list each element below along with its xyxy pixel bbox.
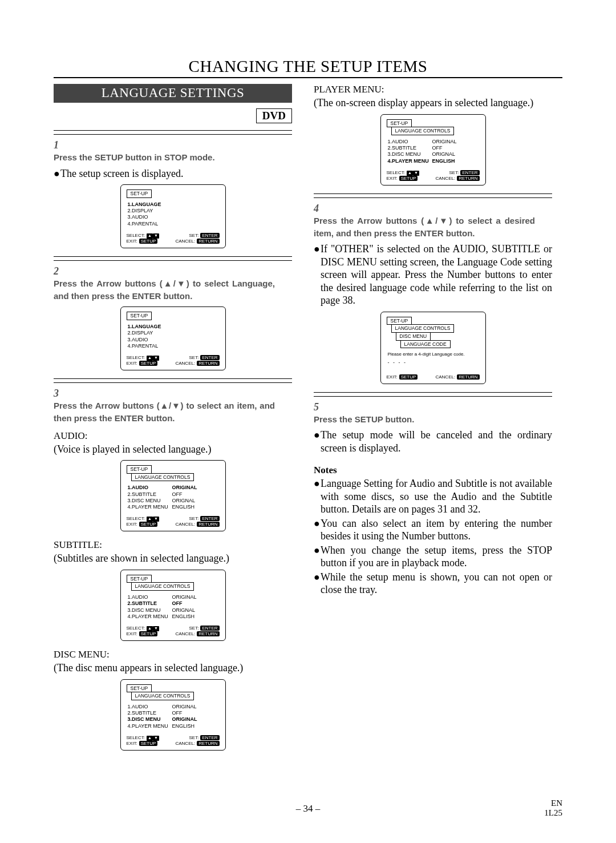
- subtitle-label: SUBTITLE:: [54, 539, 292, 551]
- note-1: ●Language Setting for Audio and Subtitle…: [314, 477, 552, 516]
- playermenu-label: PLAYER MENU:: [314, 84, 552, 95]
- page-number: – 34 –: [0, 803, 616, 814]
- left-column: LANGUAGE SETTINGS DVD 1 Press the SETUP …: [54, 84, 292, 759]
- osd-subtitle: SET-UP LANGUAGE CONTROLS 1.AUDIOORIGINAL…: [120, 570, 226, 641]
- step-5: 5 Press the SETUP button.: [314, 401, 552, 426]
- step-1: 1 Press the SETUP button in STOP mode.: [54, 139, 292, 164]
- osd-audio: SET-UP LANGUAGE CONTROLS 1.AUDIOORIGINAL…: [120, 460, 226, 531]
- note-4: ●While the setup menu is shown, you can …: [314, 571, 552, 596]
- discmenu-desc: (The disc menu appears in selected langu…: [54, 662, 292, 675]
- note-3: ●When you change the setup items, press …: [314, 544, 552, 570]
- osd-playermenu: SET-UP LANGUAGE CONTROLS 1.AUDIOORIGINAL…: [380, 114, 486, 185]
- osd-setup-main-1: SET-UP 1.LANGUAGE 2.DISPLAY 3.AUDIO 4.PA…: [120, 184, 226, 248]
- footer-code: EN1L25: [544, 798, 562, 818]
- step-3: 3 Press the Arrow buttons (▲/▼) to selec…: [54, 388, 292, 425]
- discmenu-label: DISC MENU:: [54, 649, 292, 660]
- step-4: 4 Press the Arrow buttons (▲/▼) to selec…: [314, 203, 552, 240]
- osd-language-code: SET-UP LANGUAGE CONTROLS DISC MENU LANGU…: [380, 312, 486, 384]
- step-5-body: ●The setup mode will be canceled and the…: [314, 429, 552, 454]
- step-4-body: ●If "OTHER" is selected on the AUDIO, SU…: [314, 243, 552, 307]
- right-column: PLAYER MENU: (The on-screen display appe…: [314, 84, 552, 759]
- note-2: ●You can also select an item by entering…: [314, 517, 552, 543]
- osd-setup-main-2: SET-UP 1.LANGUAGE 2.DISPLAY 3.AUDIO 4.PA…: [120, 306, 226, 370]
- section-heading: LANGUAGE SETTINGS: [54, 84, 292, 103]
- dvd-badge: DVD: [54, 108, 292, 123]
- audio-label: AUDIO:: [54, 430, 292, 442]
- osd-discmenu: SET-UP LANGUAGE CONTROLS 1.AUDIOORIGINAL…: [120, 679, 226, 751]
- step-1-body: ●The setup screen is displayed.: [54, 167, 292, 180]
- notes-heading: Notes: [314, 465, 552, 476]
- step-2: 2 Press the Arrow buttons (▲/▼) to selec…: [54, 265, 292, 302]
- audio-desc: (Voice is played in selected language.): [54, 443, 292, 456]
- playermenu-desc: (The on-screen display appears in select…: [314, 96, 552, 110]
- subtitle-desc: (Subtitles are shown in selected languag…: [54, 552, 292, 565]
- page-title: CHANGING THE SETUP ITEMS: [54, 57, 562, 78]
